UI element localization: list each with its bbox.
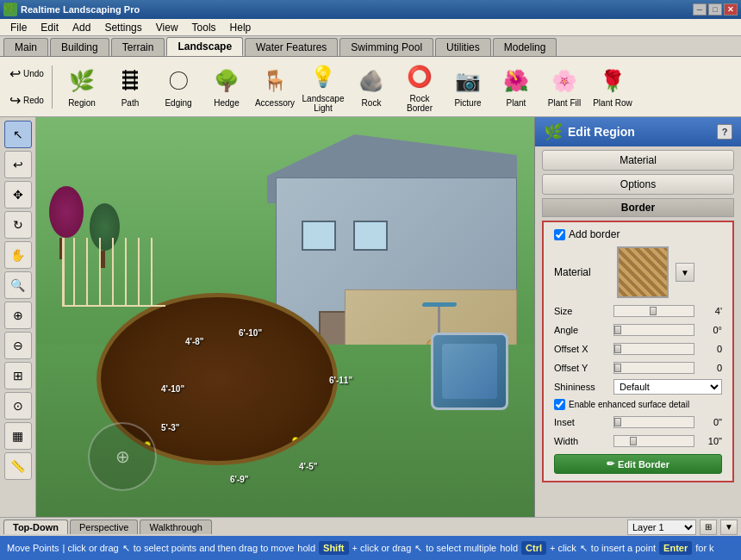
minimize-button[interactable]: ─ [693, 3, 707, 16]
tab-top-down[interactable]: Top-Down [3, 520, 68, 534]
meas-6: 5'-3" [161, 423, 180, 432]
panel-header: 🌿 Edit Region ? [535, 117, 741, 146]
tab-walkthrough[interactable]: Walkthrough [140, 520, 211, 534]
layer-btn-1[interactable]: ⊞ [700, 520, 717, 535]
width-label: Width [554, 436, 610, 446]
tab-swimming-pool[interactable]: Swimming Pool [339, 38, 433, 56]
rock-border-button[interactable]: ⭕Rock Border [397, 57, 442, 117]
layer-area: Layer 1 ⊞ ▼ [627, 520, 738, 535]
menu-item-file[interactable]: File [3, 20, 34, 35]
pan-left-tool[interactable]: ✋ [4, 241, 32, 269]
measure-left-tool[interactable]: 📏 [4, 452, 32, 480]
layer-select[interactable]: Layer 1 [627, 520, 696, 535]
edging-button[interactable]: 〇Edging [156, 61, 201, 112]
menu-item-view[interactable]: View [149, 20, 185, 35]
zoom-left-tool[interactable]: 🔍 [4, 271, 32, 299]
enhanced-checkbox[interactable] [554, 399, 565, 410]
grid-left-tool[interactable]: ⊞ [4, 362, 32, 389]
inset-slider[interactable] [613, 416, 694, 428]
status-text-2: | click or drag [63, 543, 119, 553]
meas-1: 4'-8" [185, 337, 204, 346]
region-icon: 🌿 [66, 65, 97, 96]
plant-fill-button[interactable]: 🌸Plant Fill [542, 61, 587, 112]
material-preview[interactable] [617, 246, 669, 298]
menu-item-add[interactable]: Add [65, 20, 97, 35]
offset-y-label: Offset Y [554, 363, 610, 373]
edging-icon: 〇 [163, 65, 194, 96]
main-content: ↖↩✥↻✋🔍⊕⊖⊞⊙▦📏 [0, 117, 741, 517]
tab-bar: MainBuildingTerrainLandscapeWater Featur… [0, 36, 741, 57]
select-left-tool[interactable]: ↖ [4, 121, 32, 148]
app-title: Realtime Landscaping Pro [21, 4, 693, 15]
width-row: Width 10" [547, 432, 729, 451]
compass-left-tool[interactable]: ⊙ [4, 392, 32, 420]
zoom-out-left-tool[interactable]: ⊖ [4, 332, 32, 359]
shininess-select[interactable]: Default None Low Medium High [613, 379, 722, 395]
border-section-label: Border [542, 198, 734, 217]
menu-item-tools[interactable]: Tools [185, 20, 223, 35]
plant-row-button[interactable]: 🌹Plant Row [590, 61, 635, 112]
menu-item-help[interactable]: Help [223, 20, 258, 35]
region-button[interactable]: 🌿Region [59, 61, 104, 112]
options-button[interactable]: Options [542, 174, 734, 195]
angle-row: Angle 0° [547, 320, 729, 339]
offset-x-value: 0 [698, 344, 722, 354]
maximize-button[interactable]: □ [708, 3, 722, 16]
offset-y-slider[interactable] [613, 362, 694, 374]
width-slider[interactable] [613, 435, 694, 447]
tab-main[interactable]: Main [3, 38, 48, 56]
rock-button[interactable]: 🪨Rock [349, 61, 394, 112]
zoom-in-left-tool[interactable]: ⊕ [4, 302, 32, 329]
tab-perspective[interactable]: Perspective [70, 520, 138, 534]
tab-utilities[interactable]: Utilities [435, 38, 491, 56]
path-button[interactable]: 🛤Path [108, 61, 153, 112]
status-text-5: + click or drag [352, 543, 412, 553]
tab-water-features[interactable]: Water Features [245, 38, 338, 56]
layers-left-tool[interactable]: ▦ [4, 422, 32, 450]
material-button[interactable]: Material [542, 150, 734, 171]
angle-slider[interactable] [613, 324, 694, 336]
offset-x-row: Offset X 0 [547, 339, 729, 358]
status-text-1: Move Points [7, 543, 59, 553]
material-row: Material ▼ [547, 243, 729, 302]
accessory-button[interactable]: 🪑Accessory [252, 61, 297, 112]
3d-viewport[interactable]: 4'-8" 6'-10" 6'-9" 4'-5" 6'-11" 5'-3" 4'… [36, 117, 534, 517]
hedge-button[interactable]: 🌳Hedge [204, 61, 249, 112]
width-value: 10" [698, 436, 722, 446]
cursor-icon-2: ↖ [414, 543, 422, 554]
shininess-label: Shininess [554, 382, 610, 392]
add-border-checkbox[interactable] [554, 229, 565, 240]
view-tabs-bar: Top-Down Perspective Walkthrough Layer 1… [0, 517, 741, 536]
rock-icon: 🪨 [356, 65, 387, 96]
plant-button[interactable]: 🌺Plant [494, 61, 539, 112]
size-value: 4' [698, 306, 722, 316]
size-row: Size 4' [547, 302, 729, 320]
edit-border-button[interactable]: ✏ Edit Border [554, 454, 722, 474]
right-panel: 🌿 Edit Region ? Material Options Border … [534, 117, 741, 517]
landscape-light-button[interactable]: 💡Landscape Light [301, 57, 346, 117]
size-label: Size [554, 306, 610, 316]
offset-y-row: Offset Y 0 [547, 358, 729, 377]
rotate-left-tool[interactable]: ↻ [4, 211, 32, 239]
offset-x-label: Offset X [554, 344, 610, 354]
menu-item-edit[interactable]: Edit [34, 20, 65, 35]
layer-btn-2[interactable]: ▼ [720, 520, 738, 535]
menubar: FileEditAddSettingsViewToolsHelp [0, 19, 741, 36]
redo-button[interactable]: ↪Redo [7, 88, 45, 113]
size-slider[interactable] [613, 305, 694, 317]
move-left-tool[interactable]: ✥ [4, 181, 32, 208]
tab-landscape[interactable]: Landscape [166, 37, 243, 56]
menu-item-settings[interactable]: Settings [97, 20, 148, 35]
material-dropdown[interactable]: ▼ [676, 263, 694, 282]
tab-building[interactable]: Building [50, 38, 109, 56]
offset-x-slider[interactable] [613, 343, 694, 355]
undo-left-left-tool[interactable]: ↩ [4, 151, 32, 178]
picture-icon: 📷 [452, 65, 483, 96]
close-button[interactable]: ✕ [724, 3, 738, 16]
undo-button[interactable]: ↩Undo [7, 61, 45, 86]
tab-modeling[interactable]: Modeling [493, 38, 557, 56]
help-button[interactable]: ? [717, 124, 732, 140]
tab-terrain[interactable]: Terrain [111, 38, 165, 56]
status-text-4: hold [297, 543, 315, 553]
picture-button[interactable]: 📷Picture [445, 61, 490, 112]
